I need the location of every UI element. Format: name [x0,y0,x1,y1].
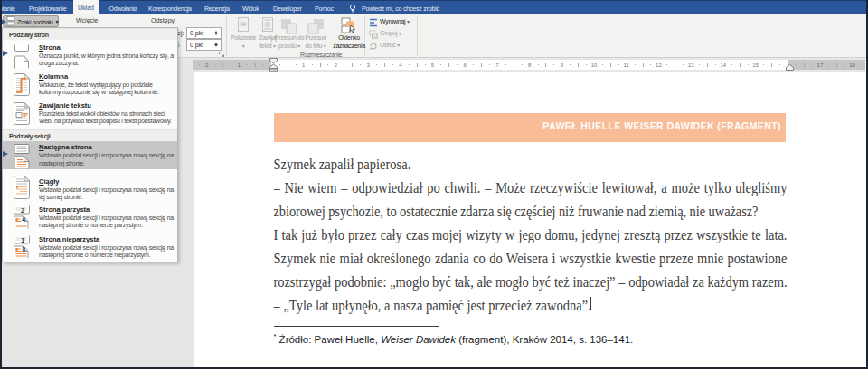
svg-text:3: 3 [22,245,25,253]
svg-text:1: 1 [21,236,24,244]
svg-text:2: 2 [21,206,24,215]
